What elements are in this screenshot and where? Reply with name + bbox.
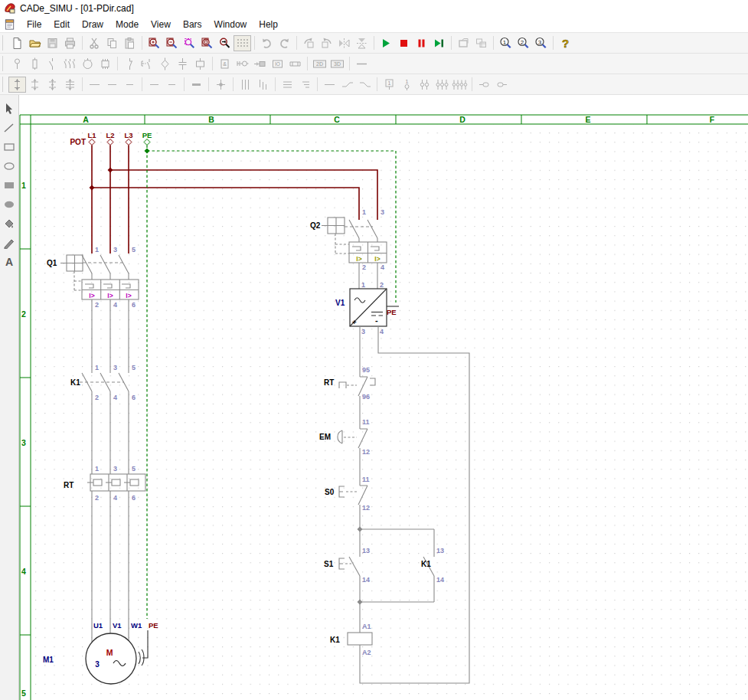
rotate-right-button[interactable] — [318, 35, 335, 51]
column-label: D — [459, 115, 465, 124]
new-button[interactable] — [8, 35, 26, 51]
meter-tool[interactable] — [191, 56, 209, 72]
save-button[interactable] — [44, 35, 61, 51]
capacitor-tool[interactable] — [174, 56, 191, 72]
plug-in-tool[interactable] — [475, 77, 493, 93]
flip-horizontal-button[interactable] — [353, 35, 371, 51]
menu-edit[interactable]: Edit — [47, 18, 76, 31]
sim-step-button[interactable] — [430, 35, 448, 51]
fill-tool[interactable] — [2, 217, 17, 231]
zoom-3-icon: 3 — [534, 37, 547, 50]
terminal-1c-tool[interactable]: 1 — [398, 77, 416, 93]
text-tool[interactable]: A — [2, 255, 17, 269]
terminal-2-tool[interactable] — [416, 77, 433, 93]
wire-node-1-tool[interactable] — [26, 77, 44, 93]
power-source-tool[interactable] — [8, 56, 26, 72]
motor-tool[interactable] — [79, 56, 96, 72]
pen-tool[interactable] — [2, 236, 17, 250]
terminal-1-tool[interactable]: 1 — [381, 77, 398, 93]
menu-help[interactable]: Help — [253, 18, 284, 31]
separator — [82, 36, 83, 50]
wire-vertical-tool[interactable] — [8, 77, 26, 93]
separator — [142, 36, 142, 50]
redo-button[interactable] — [276, 35, 293, 51]
zoom-page-button[interactable] — [198, 35, 216, 51]
flip-vertical-button[interactable] — [335, 35, 353, 51]
undo-button[interactable] — [258, 35, 276, 51]
menu-draw[interactable]: Draw — [76, 18, 109, 31]
help-button[interactable]: ? — [557, 35, 574, 51]
copy-button[interactable] — [103, 35, 121, 51]
plc-tool[interactable] — [96, 56, 114, 72]
wire-seg-2-tool[interactable] — [163, 77, 181, 93]
toolbar-grip[interactable] — [2, 35, 6, 51]
menu-file[interactable]: File — [21, 18, 47, 31]
logic-gate-tool[interactable]: & — [216, 56, 234, 72]
terminal-4-tool[interactable] — [451, 77, 469, 93]
3d-view-tool[interactable]: 3D — [328, 56, 346, 72]
line-tool[interactable] — [2, 121, 17, 135]
wire-junction-tool[interactable] — [212, 77, 230, 93]
zoom-in-button[interactable] — [145, 35, 163, 51]
solenoid-valve-tool[interactable] — [251, 56, 269, 72]
zoom-2-button[interactable]: 2 — [514, 35, 532, 51]
zoom-out-button[interactable] — [163, 35, 181, 51]
sim-run-button[interactable] — [377, 35, 395, 51]
toolbar-grip[interactable] — [2, 56, 6, 71]
menu-view[interactable]: View — [145, 18, 177, 31]
wire-node-2-tool[interactable] — [44, 77, 61, 93]
filled-ellipse-tool[interactable] — [2, 198, 17, 211]
zoom-find-button[interactable] — [216, 35, 234, 51]
zoom-3-button[interactable]: 3 — [532, 35, 550, 51]
contact-no-tool[interactable] — [44, 56, 61, 72]
plug-out-tool[interactable] — [493, 77, 511, 93]
wire-angle-down-tool[interactable] — [338, 77, 356, 93]
organize-windows-button[interactable] — [472, 35, 490, 51]
open-button[interactable] — [26, 35, 44, 51]
grid-button[interactable] — [234, 35, 251, 51]
cut-button[interactable] — [86, 35, 103, 51]
switch-tool[interactable] — [121, 56, 139, 72]
rect-tool[interactable] — [2, 140, 17, 154]
menu-window[interactable]: Window — [208, 18, 253, 31]
wire-seg-1-tool[interactable] — [145, 77, 163, 93]
contact-3p-tool[interactable] — [61, 56, 79, 72]
zoom-window-button[interactable] — [181, 35, 198, 51]
bus-hb-tool[interactable] — [296, 77, 314, 93]
document-icon[interactable] — [4, 19, 16, 31]
schematic-canvas[interactable]: A B C D E F 1 2 3 4 5 POT L1 L2 L3 PE — [19, 95, 748, 700]
2d-view-tool[interactable]: 2D — [311, 56, 328, 72]
zoom-1-button[interactable]: 1 — [497, 35, 514, 51]
bus-h-tool[interactable] — [279, 77, 296, 93]
paste-button[interactable] — [121, 35, 139, 51]
wire-node-3-tool[interactable] — [61, 77, 79, 93]
terminal-strip-tool[interactable] — [286, 56, 304, 72]
wire-h-2-tool[interactable] — [103, 77, 121, 93]
select-tool[interactable] — [2, 102, 17, 116]
terminal-3-tool[interactable] — [433, 77, 451, 93]
wire-straight-tool[interactable] — [321, 77, 338, 93]
sim-pause-button[interactable] — [413, 35, 430, 51]
wire-thick-tool[interactable] — [188, 77, 205, 93]
wire-h-1-tool[interactable] — [86, 77, 103, 93]
coil-tool[interactable] — [26, 56, 44, 72]
timer-tool[interactable] — [234, 56, 251, 72]
menu-mode[interactable]: Mode — [109, 18, 145, 31]
schematic-svg[interactable]: A B C D E F 1 2 3 4 5 POT L1 L2 L3 PE — [19, 95, 748, 700]
filled-rect-tool[interactable] — [2, 178, 17, 192]
rotate-left-button[interactable] — [300, 35, 318, 51]
sim-stop-button[interactable] — [395, 35, 413, 51]
io-block-tool[interactable]: IO — [269, 56, 286, 72]
wire-angle-up-tool[interactable] — [356, 77, 374, 93]
menu-bars[interactable]: Bars — [177, 18, 208, 31]
wire-h-3-tool[interactable] — [121, 77, 139, 93]
bus-3b-tool[interactable] — [254, 77, 272, 93]
pushbutton-tool[interactable] — [139, 56, 156, 72]
bus-3-tool[interactable] — [237, 77, 254, 93]
toolbar-grip[interactable] — [2, 77, 6, 92]
wire-line-tool[interactable] — [353, 56, 371, 72]
pilot-lamp-tool[interactable] — [156, 56, 174, 72]
ellipse-tool[interactable] — [2, 159, 17, 173]
print-button[interactable] — [61, 35, 79, 51]
pan-button[interactable] — [455, 35, 472, 51]
